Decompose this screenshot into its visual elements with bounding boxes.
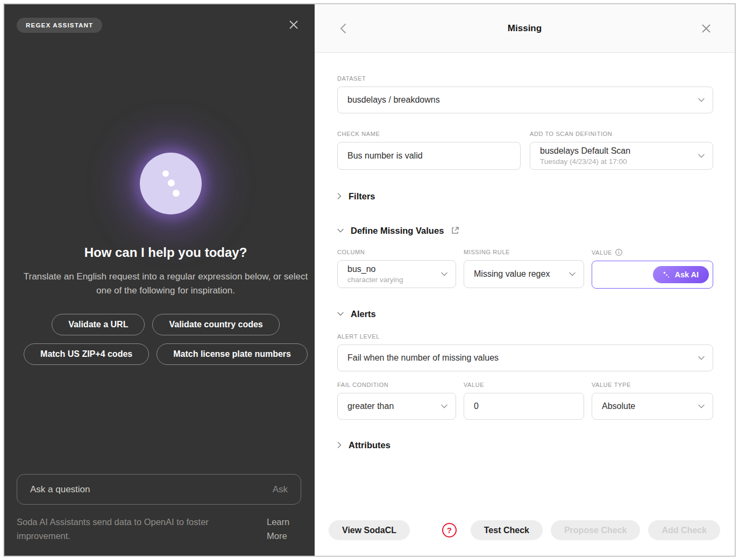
alert-value-label: VALUE xyxy=(464,382,584,388)
orb-dot xyxy=(173,190,180,197)
sparkle-icon xyxy=(663,271,670,278)
panel-header: Missing xyxy=(315,4,735,53)
chevron-right-icon xyxy=(337,193,342,199)
chevron-right-icon xyxy=(337,442,342,448)
missing-check-panel: Missing DATASET busdelays / breakdowns C… xyxy=(315,4,735,556)
value-label: VALUE xyxy=(592,249,713,256)
scan-definition-label: ADD TO SCAN DEFINITION xyxy=(530,131,713,137)
attributes-title: Attributes xyxy=(349,440,390,450)
chevron-down-icon xyxy=(698,404,705,408)
dataset-value: busdelays / breakdowns xyxy=(347,95,691,105)
column-value: bus_no xyxy=(347,264,434,274)
assistant-subheading: Translate an English request into a regu… xyxy=(23,270,309,298)
define-missing-values-title: Define Missing Values xyxy=(351,226,444,236)
orb-dot xyxy=(162,170,169,177)
value-type-select[interactable]: Absolute xyxy=(592,393,713,420)
regex-assistant-badge: REGEX ASSISTANT xyxy=(17,18,102,33)
suggestion-match-license-plates[interactable]: Match license plate numbers xyxy=(157,343,308,365)
section-filters[interactable]: Filters xyxy=(337,191,713,202)
ai-orb xyxy=(140,153,202,214)
check-name-label: CHECK NAME xyxy=(337,131,521,137)
alert-level-value: Fail when the number of missing values xyxy=(347,353,691,363)
suggestion-validate-country-codes[interactable]: Validate country codes xyxy=(152,314,279,335)
assistant-heading: How can I help you today? xyxy=(23,245,309,260)
app-window: REGEX ASSISTANT How can I help you today… xyxy=(3,3,736,557)
ask-ai-label: Ask AI xyxy=(674,270,699,279)
chevron-down-icon xyxy=(441,272,447,276)
suggestion-match-zip-codes[interactable]: Match US ZIP+4 codes xyxy=(24,343,149,365)
ask-question-input[interactable] xyxy=(30,484,273,495)
learn-more-link[interactable]: Learn More xyxy=(267,515,301,543)
close-icon[interactable] xyxy=(700,23,712,34)
alert-level-label: ALERT LEVEL xyxy=(337,333,713,340)
ask-ai-button[interactable]: Ask AI xyxy=(653,266,709,283)
test-check-button[interactable]: Test Check xyxy=(471,520,543,540)
value-label-text: VALUE xyxy=(592,249,612,256)
column-type: character varying xyxy=(347,276,434,284)
dataset-label: DATASET xyxy=(337,75,713,82)
ask-button[interactable]: Ask xyxy=(273,484,288,495)
chevron-down-icon xyxy=(441,404,447,408)
alert-value-input[interactable] xyxy=(464,393,584,420)
value-type-value: Absolute xyxy=(602,401,691,411)
value-type-label: VALUE TYPE xyxy=(592,382,713,388)
section-define-missing-values[interactable]: Define Missing Values xyxy=(337,225,713,236)
column-select[interactable]: bus_no character varying xyxy=(337,260,456,288)
regex-assistant-panel: REGEX ASSISTANT How can I help you today… xyxy=(4,4,315,556)
openai-disclaimer: Soda AI Assistants send data to OpenAI t… xyxy=(17,515,232,543)
view-sodacl-button[interactable]: View SodaCL xyxy=(329,520,410,540)
section-attributes[interactable]: Attributes xyxy=(337,440,713,450)
chevron-down-icon xyxy=(569,272,575,276)
filters-title: Filters xyxy=(349,191,375,202)
action-bar: View SodaCL ? Test Check Propose Check A… xyxy=(329,520,720,540)
add-check-button[interactable]: Add Check xyxy=(648,520,720,540)
help-icon[interactable]: ? xyxy=(442,523,457,537)
orb-dot xyxy=(168,180,175,186)
external-link-icon[interactable] xyxy=(451,226,459,235)
column-label: COLUMN xyxy=(337,249,456,255)
alerts-title: Alerts xyxy=(351,309,376,319)
page-title: Missing xyxy=(508,23,542,34)
back-icon[interactable] xyxy=(337,22,350,35)
fail-condition-select[interactable]: greater than xyxy=(337,393,456,420)
suggestion-validate-url[interactable]: Validate a URL xyxy=(52,314,145,335)
ask-question-box[interactable]: Ask xyxy=(17,474,301,505)
close-icon[interactable] xyxy=(287,18,300,31)
chevron-down-icon xyxy=(337,312,344,316)
info-icon[interactable] xyxy=(615,249,622,256)
chevron-down-icon xyxy=(698,98,705,102)
missing-value-regex-input[interactable]: Ask AI xyxy=(592,261,713,289)
chevron-down-icon xyxy=(337,228,344,233)
scan-definition-value: busdelays Default Scan xyxy=(540,146,691,156)
missing-rule-value: Missing value regex xyxy=(474,269,562,279)
check-name-input[interactable] xyxy=(337,142,521,170)
missing-rule-select[interactable]: Missing value regex xyxy=(464,260,584,288)
suggestion-buttons: Validate a URL Validate country codes Ma… xyxy=(23,314,309,365)
scan-definition-schedule: Tuesday (4/23/24) at 17:00 xyxy=(540,157,691,166)
missing-rule-label: MISSING RULE xyxy=(464,249,584,255)
chevron-down-icon xyxy=(698,356,705,360)
alert-level-select[interactable]: Fail when the number of missing values xyxy=(337,344,713,371)
scan-definition-select[interactable]: busdelays Default Scan Tuesday (4/23/24)… xyxy=(530,142,713,170)
fail-condition-value: greater than xyxy=(347,401,434,411)
section-alerts[interactable]: Alerts xyxy=(337,308,713,319)
chevron-down-icon xyxy=(698,154,705,158)
dataset-select[interactable]: busdelays / breakdowns xyxy=(337,87,713,113)
fail-condition-label: FAIL CONDITION xyxy=(337,382,456,388)
propose-check-button[interactable]: Propose Check xyxy=(551,520,640,540)
